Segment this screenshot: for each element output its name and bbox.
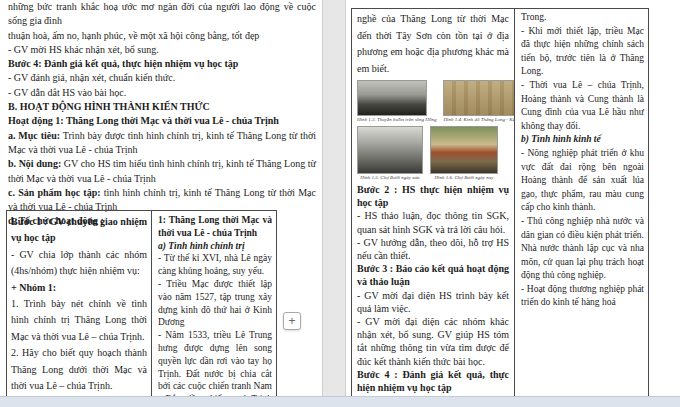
text-line: - GV chia lớp thành các nhóm (4hs/nhóm) … [11, 247, 147, 280]
text-line: b) Tình hình kinh tế [521, 133, 644, 147]
activity-table-page-right: nghề của Thăng Long từ thời Mạc đến thời… [351, 8, 649, 396]
figure-row-1: Hình 1.3. Thuyền buồm trên sông Hồng Hìn… [357, 80, 509, 123]
text-line: - Từ thế kỉ XVI, nhà Lê ngày càng khủng … [158, 252, 272, 278]
table-cell-lesson-content: 1: Thăng Long thời Mạc và thời vua Lê - … [153, 211, 276, 396]
text-line: 2. Hãy cho biết quy hoạch thành Thăng Lo… [11, 345, 147, 394]
text-line: - Thủ công nghiệp nhà nước và dân gian c… [521, 215, 644, 283]
figure-row-2: Hình 1.5. Chợ Bưởi ngày xưa Hình 1.6. Ch… [357, 126, 509, 181]
text-line: Bước 3 : Báo cáo kết quả hoạt động và th… [357, 262, 509, 288]
figure-1-4-image [443, 80, 515, 116]
question-text: nghề của Thăng Long từ thời Mạc đến thời… [357, 11, 509, 77]
text-line: - Hoạt động thương nghiệp phát triển do … [521, 283, 644, 310]
text-line: - Nông nghiệp phát triển ở khu vực đất đ… [521, 147, 644, 215]
text-line: - Khi mới thiết lập, triều Mạc đã thực h… [521, 25, 644, 79]
text-line: + Nhóm 1: [11, 280, 147, 296]
text-line: Hoạt động 1: Thăng Long thời Mạc và thời… [8, 114, 316, 128]
text-line: nghề của Thăng Long từ thời Mạc đến thời… [357, 11, 509, 77]
text-line: - GV mời đại diện HS trình bày kết quả l… [357, 289, 509, 315]
figure-1-4: Hình 1.4. Kinh đô Thăng Long - Kẻ Chợ [443, 80, 515, 123]
text-line: - HS thảo luận, đọc thông tin SGK, quan … [357, 209, 509, 235]
figure-1-6-image [430, 126, 498, 174]
text-line: - GV đánh giá, nhận xét, chuẩn kiến thức… [8, 71, 316, 85]
text-line: - GV mời HS khác nhận xét, bổ sung. [8, 43, 316, 57]
text-line: Bước 4: Đánh giá kết quả, thực hiện nhiệ… [8, 57, 316, 71]
text-line: - Năm 1533, triều Lê Trung hưng được dựn… [158, 329, 272, 396]
text-line: a. Mục tiêu: Trình bày được tình hình ch… [8, 129, 316, 158]
text-line: a) Tình hình chính trị [158, 240, 272, 253]
text-line: Bước 4 : Đánh giá kết quả, thực hiện nhi… [357, 368, 509, 394]
activity-table-page-left: Bước 1 : GV chuyển giao nhiệm vụ học tập… [6, 210, 277, 396]
figure-1-6-caption: Hình 1.6. Chợ Bưởi ngày nay [430, 174, 498, 181]
text-line: B. HOẠT ĐỘNG HÌNH THÀNH KIẾN THỨC [8, 100, 316, 114]
table-cell-lesson-content: Trong.- Khi mới thiết lập, triều Mạc đã … [516, 9, 648, 396]
figure-1-3-caption: Hình 1.3. Thuyền buồm trên sông Hồng [357, 116, 436, 123]
text-line: thuận hoà, ấm no, hạnh phúc, về một xã h… [8, 29, 316, 43]
text-line: - GV dẫn dắt HS vào bài học. [8, 86, 316, 100]
steps-text: Bước 2 : HS thực hiện nhiệm vụ học tập- … [357, 183, 509, 396]
text-line: Bước 2 : HS thực hiện nhiệm vụ học tập [357, 183, 509, 209]
figure-1-3-image [357, 80, 427, 116]
figure-1-5-caption: Hình 1.5. Chợ Bưởi ngày xưa [357, 174, 423, 181]
text-line: Trong. [521, 11, 644, 25]
document-page-right: nghề của Thăng Long từ thời Mạc đến thời… [345, 0, 680, 396]
text-line: Bước 1 : GV chuyển giao nhiệm vụ học tập [11, 214, 147, 247]
figure-1-5: Hình 1.5. Chợ Bưởi ngày xưa [357, 126, 423, 181]
table-cell-teacher-activities: Bước 1 : GV chuyển giao nhiệm vụ học tập… [7, 211, 152, 396]
text-line: - GV mời đại diện các nhóm khác nhận xét… [357, 315, 509, 368]
text-line: 1. Trình bày nét chính về tình hình chín… [11, 296, 147, 345]
text-line: - GV hướng dẫn, theo dõi, hỗ trợ HS nếu … [357, 236, 509, 262]
figure-1-4-caption: Hình 1.4. Kinh đô Thăng Long - Kẻ Chợ [443, 116, 515, 123]
page-left-body: những bức tranh khắc hoạ ước mơ ngàn đời… [8, 0, 316, 229]
text-line: - Triều Mạc được thiết lập vào năm 1527,… [158, 278, 272, 329]
text-line: những bức tranh khắc hoạ ước mơ ngàn đời… [8, 0, 316, 29]
text-line: - Thời vua Lê – chúa Trịnh, Hoàng thành … [521, 79, 644, 133]
floating-add-button[interactable]: + [283, 312, 301, 330]
horizontal-scrollbar[interactable] [0, 396, 680, 407]
figure-1-3: Hình 1.3. Thuyền buồm trên sông Hồng [357, 80, 436, 123]
document-page-left: những bức tranh khắc hoạ ước mơ ngàn đời… [0, 0, 323, 396]
text-line: b. Nội dung: GV cho HS tìm hiểu tình hìn… [8, 157, 316, 186]
text-line: 1: Thăng Long thời Mạc và thời vua Lê - … [158, 214, 272, 240]
table-cell-teacher-activities: nghề của Thăng Long từ thời Mạc đến thời… [352, 9, 515, 396]
figure-1-5-image [357, 126, 423, 174]
figure-1-6: Hình 1.6. Chợ Bưởi ngày nay [430, 126, 498, 181]
